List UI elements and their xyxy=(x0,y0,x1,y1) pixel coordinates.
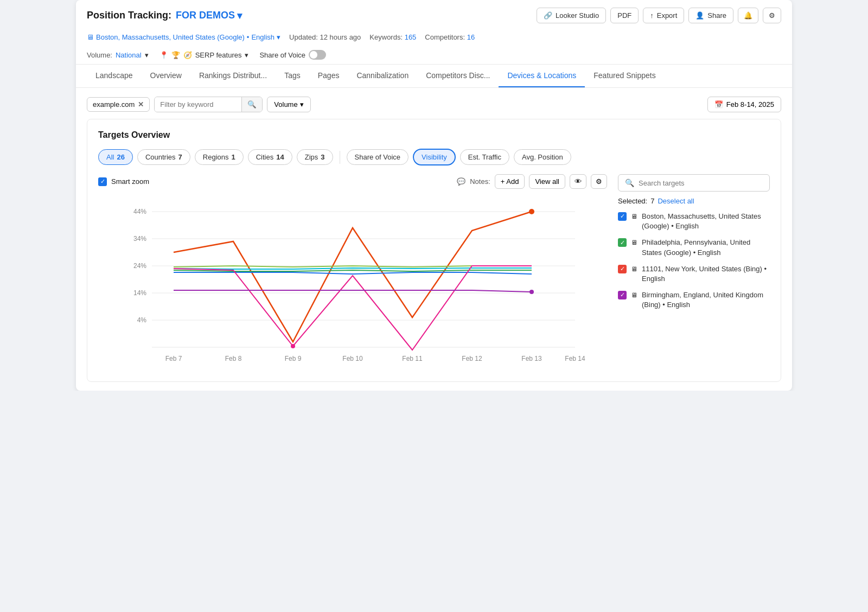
svg-text:24%: 24% xyxy=(133,262,146,270)
metric-traffic[interactable]: Est. Traffic xyxy=(460,149,509,165)
svg-text:Feb 12: Feb 12 xyxy=(462,355,482,362)
seg-zips[interactable]: Zips 3 xyxy=(297,149,333,165)
search-button[interactable]: 🔍 xyxy=(241,97,262,112)
chart-left: ✓ Smart zoom 💬 Notes: + Add View all 👁 xyxy=(98,174,607,371)
chevron-down-icon: ▾ xyxy=(277,33,280,41)
svg-text:44%: 44% xyxy=(133,208,146,215)
date-range-button[interactable]: 📅 Feb 8-14, 2025 xyxy=(707,97,781,112)
chart-settings-button[interactable]: ⚙ xyxy=(591,174,607,189)
nav-icon: 🧭 xyxy=(183,51,192,59)
target-label: Birmingham, England, United Kingdom (Bin… xyxy=(642,290,768,310)
target-checkbox[interactable]: ✓ xyxy=(618,265,627,273)
metric-visibility[interactable]: Visibility xyxy=(413,149,456,165)
selected-bar: Selected: 7 Deselect all xyxy=(618,197,770,205)
monitor-icon: 🖥 xyxy=(87,33,94,41)
monitor-icon: 🖥 xyxy=(631,238,637,247)
target-checkbox[interactable]: ✓ xyxy=(618,291,627,299)
monitor-icon: 🖥 xyxy=(631,291,637,300)
svg-text:Feb 8: Feb 8 xyxy=(225,355,242,362)
remove-tag-button[interactable]: ✕ xyxy=(138,100,144,109)
export-button[interactable]: ↑ Export xyxy=(643,8,684,23)
looker-studio-button[interactable]: 🔗 Looker Studio xyxy=(537,8,606,23)
monitor-icon: 🖥 xyxy=(631,212,637,221)
tab-tags[interactable]: Tags xyxy=(276,65,309,87)
svg-point-21 xyxy=(529,290,534,294)
project-name[interactable]: FOR DEMOS ▾ xyxy=(176,10,242,22)
svg-text:Feb 11: Feb 11 xyxy=(402,355,423,362)
notifications-button[interactable]: 🔔 xyxy=(738,8,758,23)
seg-countries[interactable]: Countries 7 xyxy=(137,149,190,165)
chart-controls: ✓ Smart zoom 💬 Notes: + Add View all 👁 xyxy=(98,174,607,189)
share-of-voice-toggle[interactable]: Share of Voice xyxy=(259,50,326,60)
pdf-button[interactable]: PDF xyxy=(610,8,639,23)
chart-container: ✓ Smart zoom 💬 Notes: + Add View all 👁 xyxy=(98,174,770,371)
target-checkbox[interactable]: ✓ xyxy=(618,238,627,247)
seg-regions[interactable]: Regions 1 xyxy=(195,149,244,165)
chevron-down-icon: ▾ xyxy=(245,51,248,59)
svg-text:Feb 7: Feb 7 xyxy=(165,355,182,362)
tab-cannibalization[interactable]: Cannibalization xyxy=(348,65,417,87)
smart-zoom-checkbox[interactable]: ✓ xyxy=(98,177,107,186)
svg-text:14%: 14% xyxy=(133,289,146,297)
volume-filter[interactable]: Volume: National ▾ xyxy=(87,51,149,59)
keyword-search-input[interactable] xyxy=(155,97,241,112)
tab-landscape[interactable]: Landscape xyxy=(87,65,142,87)
location-icon: 📍 xyxy=(159,51,168,59)
deselect-all-button[interactable]: Deselect all xyxy=(658,197,694,205)
seg-all[interactable]: All 26 xyxy=(98,149,133,165)
filter-bar: example.com ✕ 🔍 Volume ▾ 📅 Feb 8-14, 202… xyxy=(87,97,781,112)
search-icon: 🔍 xyxy=(247,100,257,109)
domain-tag[interactable]: example.com ✕ xyxy=(87,97,150,112)
list-item: ✓ 🖥 11101, New York, United States (Bing… xyxy=(618,264,768,284)
view-all-notes-button[interactable]: View all xyxy=(529,174,565,189)
svg-text:Feb 13: Feb 13 xyxy=(521,355,542,362)
page-title-prefix: Position Tracking: xyxy=(87,10,171,21)
sov-toggle-switch[interactable] xyxy=(309,50,326,60)
settings-button[interactable]: ⚙ xyxy=(763,8,781,23)
tab-devices-locations[interactable]: Devices & Locations xyxy=(499,65,585,87)
targets-search-field[interactable] xyxy=(639,179,763,187)
svg-text:34%: 34% xyxy=(133,235,146,243)
svg-point-20 xyxy=(291,344,295,348)
search-icon: 🔍 xyxy=(625,178,634,187)
metric-avg-position[interactable]: Avg. Position xyxy=(514,149,571,165)
chevron-down-icon: ▾ xyxy=(145,51,149,59)
tab-featured-snippets[interactable]: Featured Snippets xyxy=(585,65,664,87)
tab-competitors[interactable]: Competitors Disc... xyxy=(417,65,499,87)
volume-filter-btn[interactable]: Volume ▾ xyxy=(267,97,310,112)
updated-text: Updated: 12 hours ago xyxy=(289,33,361,41)
gear-icon: ⚙ xyxy=(769,11,775,20)
add-note-button[interactable]: + Add xyxy=(495,174,525,189)
targets-list: ✓ 🖥 Boston, Massachusetts, United States… xyxy=(618,212,770,310)
target-label: 11101, New York, United States (Bing) • … xyxy=(642,264,768,284)
location-link[interactable]: 🖥 Boston, Massachusetts, United States (… xyxy=(87,33,280,41)
seg-cities[interactable]: Cities 14 xyxy=(248,149,292,165)
svg-text:Feb 10: Feb 10 xyxy=(342,355,363,362)
tab-overview[interactable]: Overview xyxy=(142,65,190,87)
export-icon: ↑ xyxy=(650,11,654,20)
keyword-search[interactable]: 🔍 xyxy=(154,97,263,112)
bell-icon: 🔔 xyxy=(744,11,752,20)
list-item: ✓ 🖥 Philadelphia, Pennsylvania, United S… xyxy=(618,238,768,257)
notes-area: 💬 Notes: + Add View all 👁 ⚙ xyxy=(457,174,607,189)
chevron-down-icon: ▾ xyxy=(237,10,242,22)
gear-icon: ⚙ xyxy=(596,177,602,186)
share-button[interactable]: 👤 Share xyxy=(688,8,733,23)
tag-label: example.com xyxy=(93,100,135,109)
svg-text:4%: 4% xyxy=(137,316,147,324)
segment-tabs: All 26 Countries 7 Regions 1 Cities 14 Z… xyxy=(98,149,770,165)
line-chart: 44% 34% 24% 14% 4% Feb 7 Feb 8 Feb 9 Feb… xyxy=(98,195,607,371)
search-targets-input[interactable]: 🔍 xyxy=(618,174,770,192)
calendar-icon: 📅 xyxy=(714,100,723,109)
visibility-toggle-button[interactable]: 👁 xyxy=(570,174,586,189)
tab-pages[interactable]: Pages xyxy=(309,65,348,87)
keywords-label: Keywords: 165 xyxy=(369,33,416,41)
tab-rankings[interactable]: Rankings Distribut... xyxy=(190,65,276,87)
metric-sov[interactable]: Share of Voice xyxy=(347,149,409,165)
selected-count: 7 xyxy=(650,197,654,205)
separator: • xyxy=(247,33,250,41)
serp-features-filter[interactable]: 📍 🏆 🧭 SERP features ▾ xyxy=(159,51,249,59)
smart-zoom-control[interactable]: ✓ Smart zoom xyxy=(98,177,149,186)
main-nav: Landscape Overview Rankings Distribut...… xyxy=(76,65,792,88)
target-checkbox[interactable]: ✓ xyxy=(618,212,627,221)
